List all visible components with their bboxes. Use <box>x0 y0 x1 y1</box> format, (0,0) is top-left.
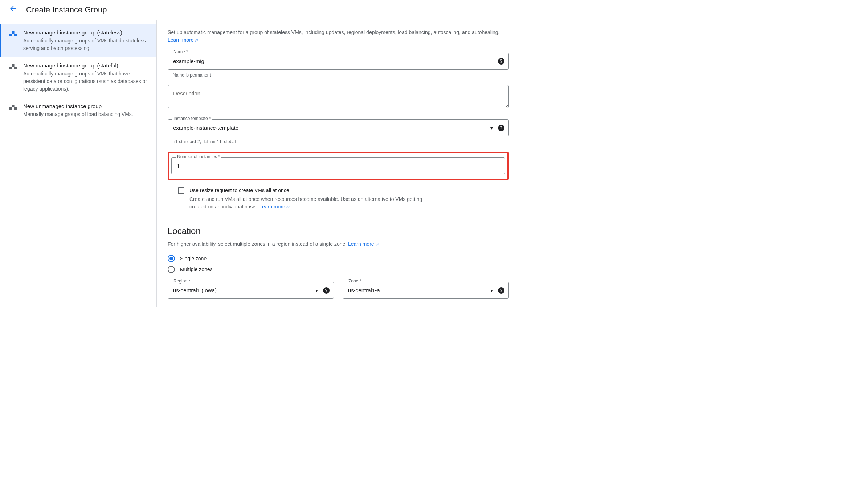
radio-label: Single zone <box>180 256 207 261</box>
page-header: Create Instance Group <box>0 0 858 20</box>
sidebar-item-desc: Manually manage groups of load balancing… <box>23 111 149 118</box>
location-desc: For higher availability, select multiple… <box>168 241 509 247</box>
sidebar-item-stateful[interactable]: New managed instance group (stateful) Au… <box>0 57 156 98</box>
instance-group-icon <box>9 104 17 112</box>
svg-rect-9 <box>13 65 13 66</box>
sidebar-item-title: New managed instance group (stateful) <box>23 62 149 69</box>
back-arrow-icon[interactable] <box>9 4 17 15</box>
region-select[interactable]: us-central1 (Iowa) <box>168 282 334 299</box>
name-field-wrap: Name * ? <box>168 53 509 70</box>
svg-rect-0 <box>9 34 12 36</box>
help-icon[interactable]: ? <box>323 287 330 294</box>
num-instances-input[interactable] <box>171 157 505 174</box>
learn-more-link[interactable]: Learn more <box>168 37 194 43</box>
svg-rect-5 <box>9 67 12 69</box>
instance-template-select[interactable]: example-instance-template <box>168 119 509 136</box>
instance-template-helper: n1-standard-2, debian-11, global <box>173 139 509 144</box>
region-field-wrap: Region * us-central1 (Iowa) ▾ ? <box>168 282 334 299</box>
num-instances-field-wrap: Number of instances * <box>171 157 505 174</box>
sidebar: New managed instance group (stateless) A… <box>0 20 157 307</box>
external-link-icon: ⬀ <box>195 37 199 43</box>
svg-rect-1 <box>14 34 17 36</box>
sidebar-item-unmanaged[interactable]: New unmanaged instance group Manually ma… <box>0 98 156 123</box>
intro-text: Set up automatic management for a group … <box>168 29 509 44</box>
help-icon[interactable]: ? <box>498 287 504 294</box>
external-link-icon: ⬀ <box>286 204 290 210</box>
location-title: Location <box>168 226 509 236</box>
svg-rect-10 <box>9 107 12 110</box>
resize-request-checkbox[interactable] <box>178 187 184 194</box>
svg-rect-14 <box>13 105 13 107</box>
page-title: Create Instance Group <box>26 5 107 15</box>
num-instances-label: Number of instances * <box>176 154 221 159</box>
svg-rect-4 <box>13 32 13 33</box>
instance-group-icon <box>9 30 17 39</box>
radio-button[interactable] <box>168 266 175 273</box>
learn-more-link[interactable]: Learn more <box>348 241 374 247</box>
zone-field-wrap: Zone * us-central1-a ▾ ? <box>343 282 509 299</box>
sidebar-item-stateless[interactable]: New managed instance group (stateless) A… <box>0 24 156 57</box>
description-field-wrap <box>168 85 509 109</box>
description-textarea[interactable] <box>168 85 509 108</box>
radio-button[interactable] <box>168 255 175 262</box>
sidebar-item-title: New unmanaged instance group <box>23 103 149 109</box>
sidebar-item-title: New managed instance group (stateless) <box>23 29 149 36</box>
radio-single-zone[interactable]: Single zone <box>168 255 509 262</box>
help-icon[interactable]: ? <box>498 58 504 65</box>
radio-label: Multiple zones <box>180 267 213 272</box>
resize-request-desc: Create and run VMs all at once when reso… <box>189 195 436 211</box>
highlighted-num-instances: Number of instances * <box>168 152 509 180</box>
radio-multiple-zones[interactable]: Multiple zones <box>168 266 509 273</box>
svg-rect-11 <box>14 107 17 110</box>
zone-label: Zone * <box>347 278 363 284</box>
svg-rect-6 <box>14 67 17 69</box>
name-label: Name * <box>172 49 189 54</box>
region-label: Region * <box>172 278 192 284</box>
name-helper: Name is permanent <box>173 73 509 78</box>
instance-template-field-wrap: Instance template * example-instance-tem… <box>168 119 509 136</box>
instance-template-label: Instance template * <box>172 116 212 121</box>
resize-request-checkbox-row[interactable]: Use resize request to create VMs all at … <box>178 187 509 194</box>
external-link-icon: ⬀ <box>375 241 379 247</box>
main-form: Set up automatic management for a group … <box>157 20 520 307</box>
help-icon[interactable]: ? <box>498 125 504 131</box>
zone-select[interactable]: us-central1-a <box>343 282 509 299</box>
sidebar-item-desc: Automatically manage groups of VMs that … <box>23 70 149 93</box>
resize-request-label: Use resize request to create VMs all at … <box>189 187 289 193</box>
learn-more-link[interactable]: Learn more <box>259 204 285 210</box>
instance-group-icon <box>9 63 17 72</box>
name-input[interactable] <box>168 53 509 70</box>
sidebar-item-desc: Automatically manage groups of VMs that … <box>23 37 149 52</box>
